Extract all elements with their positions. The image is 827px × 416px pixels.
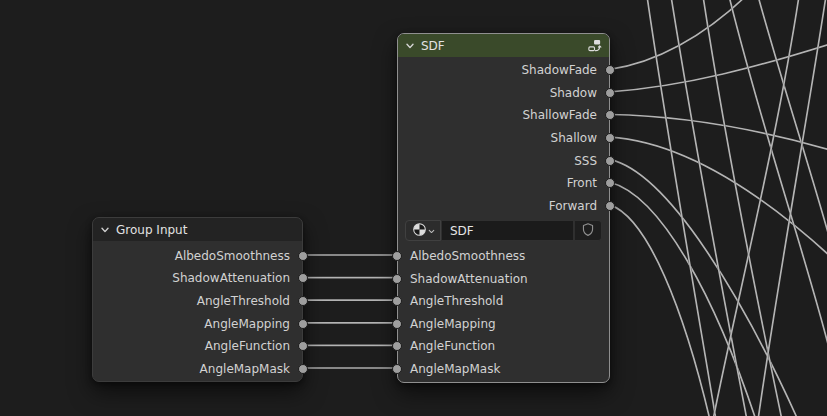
input-socket[interactable] xyxy=(392,364,402,374)
datablock-name: SDF xyxy=(450,224,474,238)
wire xyxy=(610,137,827,256)
input-socket[interactable] xyxy=(392,341,402,351)
socket-label: AngleThreshold xyxy=(410,294,503,308)
output-socket[interactable] xyxy=(605,201,615,211)
wire xyxy=(671,0,747,416)
socket-label: AngleFunction xyxy=(410,339,495,353)
node-group-input[interactable]: Group Input AlbedoSmoothness ShadowAtten… xyxy=(92,217,303,382)
node-title: SDF xyxy=(421,39,581,53)
socket-label: Forward xyxy=(549,199,597,213)
chevron-down-icon[interactable] xyxy=(100,225,110,235)
chevron-down-icon[interactable] xyxy=(405,41,415,51)
input-socket[interactable] xyxy=(392,251,402,261)
socket-label: AlbedoSmoothness xyxy=(175,249,290,263)
shield-icon xyxy=(581,222,595,240)
output-socket[interactable] xyxy=(298,364,308,374)
output-row: AngleMapMask xyxy=(93,357,302,380)
input-row: AlbedoSmoothness xyxy=(398,245,609,268)
output-row: ShadowAttenuation xyxy=(93,267,302,290)
output-row: AngleThreshold xyxy=(93,290,302,313)
socket-label: AlbedoSmoothness xyxy=(410,249,525,263)
node-title: Group Input xyxy=(116,223,295,237)
socket-label: AngleMapping xyxy=(204,317,290,331)
socket-label: Front xyxy=(567,176,597,190)
node-group-icon xyxy=(587,38,602,53)
nodetree-browse-icon xyxy=(412,222,427,240)
output-row: AngleMapping xyxy=(93,312,302,335)
socket-label: AngleThreshold xyxy=(197,294,290,308)
output-row: SSS xyxy=(398,149,609,172)
node-header[interactable]: Group Input xyxy=(93,218,302,241)
socket-label: SSS xyxy=(574,154,597,168)
output-socket-list: ShadowFade Shadow ShallowFade Shallow SS… xyxy=(398,57,609,217)
input-row: AngleMapMask xyxy=(398,358,609,381)
wire xyxy=(610,44,827,92)
output-row: Forward xyxy=(398,195,609,218)
socket-label: AngleMapMask xyxy=(410,362,500,376)
chevron-down-icon xyxy=(428,223,435,238)
input-row: AngleThreshold xyxy=(398,290,609,313)
wire xyxy=(610,205,710,416)
socket-label: AngleMapping xyxy=(410,317,496,331)
output-socket[interactable] xyxy=(605,156,615,166)
output-row: Shallow xyxy=(398,127,609,150)
input-socket[interactable] xyxy=(392,319,402,329)
socket-label: ShallowFade xyxy=(522,108,597,122)
output-row: AngleFunction xyxy=(93,335,302,358)
socket-label: ShadowFade xyxy=(521,63,597,77)
datablock-name-field[interactable]: SDF xyxy=(442,220,574,241)
input-row: AngleMapping xyxy=(398,312,609,335)
socket-label: ShadowAttenuation xyxy=(172,271,290,285)
node-header[interactable]: SDF xyxy=(398,34,609,57)
wire xyxy=(729,0,827,352)
output-socket[interactable] xyxy=(298,319,308,329)
output-row: AlbedoSmoothness xyxy=(93,245,302,268)
socket-label: Shallow xyxy=(551,131,597,145)
input-socket-list: AlbedoSmoothness ShadowAttenuation Angle… xyxy=(398,241,609,380)
socket-label: AngleFunction xyxy=(205,339,290,353)
output-socket[interactable] xyxy=(298,296,308,306)
output-socket-list: AlbedoSmoothness ShadowAttenuation Angle… xyxy=(93,241,302,380)
browse-nodetree-button[interactable] xyxy=(405,220,441,241)
output-row: Front xyxy=(398,172,609,195)
output-row: ShadowFade xyxy=(398,59,609,82)
socket-label: ShadowAttenuation xyxy=(410,272,528,286)
node-editor-canvas[interactable]: { "editor": { "type": "blender-node-edit… xyxy=(0,0,827,416)
fake-user-button[interactable] xyxy=(575,220,602,241)
input-socket[interactable] xyxy=(392,274,402,284)
node-sdf[interactable]: SDF ShadowFade Shadow ShallowFade Shallo… xyxy=(397,33,610,383)
output-row: ShallowFade xyxy=(398,104,609,127)
wire xyxy=(713,0,799,416)
output-socket[interactable] xyxy=(298,251,308,261)
input-row: AngleFunction xyxy=(398,335,609,358)
socket-label: Shadow xyxy=(550,86,597,100)
socket-label: AngleMapMask xyxy=(200,362,290,376)
datablock-selector: SDF xyxy=(405,220,602,241)
output-row: Shadow xyxy=(398,82,609,105)
output-socket[interactable] xyxy=(605,88,615,98)
input-row: ShadowAttenuation xyxy=(398,267,609,290)
input-socket[interactable] xyxy=(392,296,402,306)
